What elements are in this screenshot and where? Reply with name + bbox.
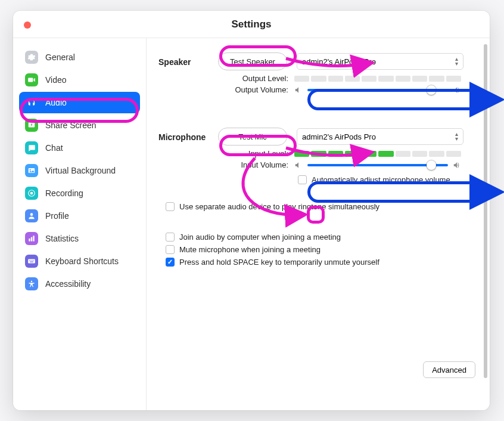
microphone-section-label: Microphone <box>158 128 218 142</box>
level-segment <box>311 76 326 82</box>
chevron-updown-icon: ▴▾ <box>455 132 458 141</box>
svg-rect-13 <box>33 260 34 261</box>
test-speaker-button[interactable]: Test Speaker <box>218 52 287 70</box>
sidebar-item-statistics[interactable]: Statistics <box>19 228 140 249</box>
sidebar-item-label: Video <box>45 75 67 85</box>
sidebar-item-accessibility[interactable]: Accessibility <box>19 273 140 295</box>
level-segment <box>396 151 410 157</box>
chat-icon <box>25 141 38 154</box>
output-volume-label: Output Volume: <box>218 85 294 94</box>
annotation-arrow-to-auto-adjust <box>231 155 326 227</box>
video-icon <box>25 73 38 86</box>
sidebar-item-label: Chat <box>45 143 63 153</box>
titlebar: Settings <box>13 11 490 38</box>
separate-device-checkbox[interactable] <box>166 202 175 211</box>
output-level-meter <box>294 76 461 82</box>
svg-point-4 <box>30 192 33 195</box>
gear-icon <box>25 51 38 64</box>
join-audio-checkbox[interactable] <box>166 233 175 242</box>
speaker-section-label: Speaker <box>158 52 218 67</box>
sidebar-item-general[interactable]: General <box>19 47 140 68</box>
volume-high-icon <box>453 161 461 169</box>
sidebar-item-label: Statistics <box>45 234 79 243</box>
output-level-label: Output Level: <box>218 74 294 83</box>
page-title: Settings <box>13 18 490 30</box>
user-icon <box>25 209 38 222</box>
sidebar-item-label: Share Screen <box>45 120 97 130</box>
level-segment <box>446 151 461 157</box>
sidebar-item-share-screen[interactable]: Share Screen <box>19 114 140 136</box>
svg-rect-11 <box>30 260 31 261</box>
sidebar: GeneralVideoAudioShare ScreenChatVirtual… <box>13 38 147 410</box>
level-segment <box>396 76 410 82</box>
chevron-updown-icon: ▴▾ <box>455 57 458 66</box>
svg-point-15 <box>31 281 32 282</box>
svg-point-2 <box>30 169 31 171</box>
mute-on-join-checkbox[interactable] <box>166 245 175 254</box>
space-unmute-checkbox[interactable] <box>166 258 175 267</box>
sidebar-item-audio[interactable]: Audio <box>19 92 140 113</box>
sidebar-item-label: Accessibility <box>45 279 91 289</box>
sidebar-item-chat[interactable]: Chat <box>19 137 140 159</box>
svg-rect-14 <box>30 262 33 262</box>
volume-low-icon <box>294 86 303 94</box>
annotation-arrow-input-right <box>477 183 504 201</box>
level-segment <box>429 76 444 82</box>
keyboard-icon <box>25 255 38 268</box>
sidebar-item-keyboard-shortcuts[interactable]: Keyboard Shortcuts <box>19 250 140 272</box>
level-segment <box>328 76 343 82</box>
svg-rect-6 <box>29 239 30 242</box>
sidebar-item-video[interactable]: Video <box>19 69 140 91</box>
annotation-arrow-output-right <box>477 91 504 109</box>
image-icon <box>25 164 38 177</box>
sidebar-item-recording[interactable]: Recording <box>19 182 140 204</box>
share-icon <box>25 119 38 132</box>
level-segment <box>429 151 444 157</box>
join-audio-label: Join audio by computer when joining a me… <box>179 233 341 242</box>
svg-rect-9 <box>28 259 35 264</box>
close-icon[interactable] <box>24 21 31 29</box>
svg-rect-10 <box>29 260 30 261</box>
stats-icon <box>25 232 38 245</box>
headphones-icon <box>25 96 38 109</box>
space-unmute-label: Press and hold SPACE key to temporarily … <box>179 258 379 267</box>
mute-on-join-label: Mute microphone when joining a meeting <box>179 245 321 254</box>
svg-rect-8 <box>33 236 34 241</box>
sidebar-item-label: Profile <box>45 211 69 221</box>
level-segment <box>362 76 377 82</box>
test-mic-button[interactable]: Test Mic <box>218 128 287 146</box>
sidebar-item-virtual-background[interactable]: Virtual Background <box>19 160 140 181</box>
level-segment <box>446 76 461 82</box>
level-segment <box>412 151 427 157</box>
level-segment <box>378 76 393 82</box>
sidebar-item-label: Keyboard Shortcuts <box>45 256 119 266</box>
level-segment <box>412 76 427 82</box>
window-controls <box>24 21 31 29</box>
svg-rect-7 <box>31 237 32 242</box>
sidebar-item-label: Recording <box>45 188 83 198</box>
svg-rect-12 <box>32 260 33 261</box>
auto-adjust-label: Automatically adjust microphone volume <box>312 175 450 184</box>
svg-point-5 <box>30 213 33 216</box>
advanced-button[interactable]: Advanced <box>423 361 475 378</box>
sidebar-item-label: Virtual Background <box>45 166 116 175</box>
volume-high-icon <box>453 86 461 94</box>
annotation-arrow-speaker-dropdown <box>280 47 381 70</box>
sidebar-item-label: General <box>45 52 75 62</box>
level-segment <box>294 76 309 82</box>
sidebar-item-profile[interactable]: Profile <box>19 205 140 227</box>
accessibility-icon <box>25 277 38 290</box>
record-icon <box>25 187 38 200</box>
output-volume-slider[interactable] <box>294 86 461 94</box>
level-segment <box>345 76 360 82</box>
sidebar-item-label: Audio <box>45 98 67 107</box>
